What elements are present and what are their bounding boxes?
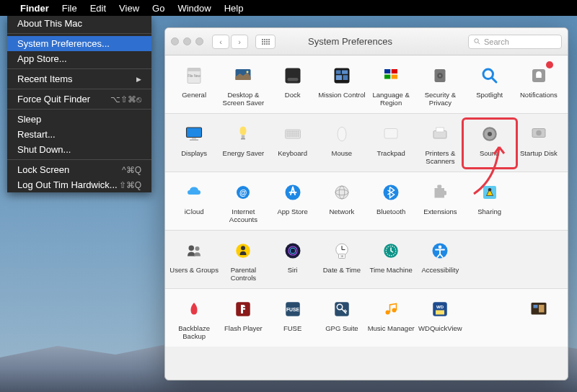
pref-language-region[interactable]: Language & Region	[366, 63, 415, 107]
pref-label: Notifications	[520, 92, 558, 107]
pref-label: Trackpad	[377, 150, 405, 166]
svg-point-6	[247, 71, 249, 73]
pref-startup-disk[interactable]: Startup Disk	[514, 121, 563, 166]
apple-menu-item[interactable]: System Preferences...	[7, 36, 151, 51]
pref-label: Mouse	[332, 150, 353, 166]
svg-point-60	[488, 132, 492, 136]
pref-icloud[interactable]: iCloud	[169, 179, 219, 224]
apple-menu-item[interactable]: Force Quit Finder⌥⇧⌘⎋	[7, 92, 151, 107]
pref-notifications[interactable]: Notifications	[514, 63, 563, 107]
users-groups-icon	[181, 238, 207, 264]
close-button[interactable]	[171, 37, 179, 45]
pref-general[interactable]: File NewGeneral	[169, 63, 219, 107]
window-title: System Preferences	[237, 36, 464, 47]
pref-label: Sharing	[477, 208, 501, 224]
menubar-file[interactable]: File	[62, 3, 77, 14]
svg-rect-43	[292, 133, 294, 135]
svg-point-62	[536, 130, 542, 136]
pref-backblaze[interactable]: Backblaze Backup	[169, 296, 219, 341]
pref-extensions[interactable]: Extensions	[415, 179, 464, 224]
apple-menu-item[interactable]: Log Out Tim Hardwick...⇧⌘Q	[7, 177, 151, 192]
apple-menu-item[interactable]: Recent Items▶	[7, 71, 151, 86]
svg-rect-29	[190, 140, 198, 141]
pref-fuse[interactable]: FUSEFUSE	[268, 296, 317, 341]
menubar-edit[interactable]: Edit	[90, 3, 106, 14]
pref-spotlight[interactable]: Spotlight	[465, 63, 514, 107]
pref-desktop-screensaver[interactable]: Desktop & Screen Saver	[219, 63, 268, 107]
menubar-window[interactable]: Window	[177, 3, 211, 14]
apple-menu-item[interactable]: Restart...	[7, 127, 151, 142]
svg-point-97	[392, 308, 397, 313]
svg-rect-37	[294, 131, 295, 133]
pref-music-manager[interactable]: Music Manager	[366, 296, 415, 341]
pref-gpg-suite[interactable]: GPG Suite	[317, 296, 366, 341]
backblaze-icon	[181, 296, 207, 322]
pref-displays[interactable]: Displays	[169, 121, 219, 166]
pref-internet-accounts[interactable]: @Internet Accounts	[219, 179, 268, 224]
pref-label: Backblaze Backup	[169, 325, 219, 341]
window-titlebar[interactable]: ‹ › System Preferences Search	[165, 28, 568, 55]
pref-energy-saver[interactable]: Energy Saver	[219, 121, 268, 166]
pref-time-machine[interactable]: Time Machine	[366, 238, 415, 282]
pref-flash-player[interactable]: Flash Player	[219, 296, 268, 341]
menubar-go[interactable]: Go	[152, 3, 164, 14]
pref-mission-control[interactable]: Mission Control	[317, 63, 366, 107]
pref-app-store[interactable]: App Store	[268, 179, 317, 224]
pref-parental-controls[interactable]: Parental Controls	[219, 238, 268, 282]
printers-scanners-icon	[427, 121, 453, 147]
pref-dock[interactable]: Dock	[268, 63, 317, 107]
mission-control-icon	[329, 63, 355, 89]
svg-point-20	[439, 75, 441, 77]
apple-menu-item[interactable]: App Store...	[7, 51, 151, 66]
keyboard-icon	[280, 121, 306, 147]
svg-rect-49	[290, 135, 291, 137]
pref-bluetooth[interactable]: Bluetooth	[366, 179, 415, 224]
parental-controls-icon	[230, 238, 256, 264]
minimize-button[interactable]	[183, 37, 191, 45]
svg-point-74	[488, 188, 491, 192]
pref-mouse[interactable]: Mouse	[317, 121, 366, 166]
apple-menu-item[interactable]: About This Mac	[7, 16, 151, 31]
back-button[interactable]: ‹	[212, 35, 229, 49]
pref-label: FUSE	[283, 325, 301, 341]
svg-point-76	[195, 246, 200, 251]
svg-rect-26	[187, 128, 202, 138]
siri-icon	[280, 238, 306, 264]
svg-rect-103	[539, 305, 545, 313]
pref-label: General	[182, 92, 206, 107]
pref-date-time[interactable]: 18Date & Time	[317, 238, 366, 282]
search-field[interactable]: Search	[468, 35, 562, 49]
pref-sound[interactable]: Sound	[462, 117, 518, 169]
svg-point-90	[439, 246, 442, 249]
pref-wdquickview[interactable]: WDWDQuickView	[415, 296, 464, 341]
apple-menu-item[interactable]: Sleep	[7, 112, 151, 127]
pref-keyboard[interactable]: Keyboard	[268, 121, 317, 166]
apple-menu-item[interactable]: Lock Screen^⌘Q	[7, 162, 151, 177]
pref-accessibility[interactable]: Accessibility	[415, 238, 464, 282]
pref-trackpad[interactable]: Trackpad	[366, 121, 415, 166]
pref-sharing[interactable]: Sharing	[465, 179, 514, 224]
pref-users-groups[interactable]: Users & Groups	[169, 238, 219, 282]
sound-icon	[477, 121, 503, 147]
svg-rect-55	[384, 129, 397, 139]
app-store-icon	[280, 179, 306, 205]
svg-text:File New: File New	[188, 74, 201, 78]
svg-rect-53	[297, 135, 299, 137]
pref-security-privacy[interactable]: Security & Privacy	[415, 63, 464, 107]
pref-siri[interactable]: Siri	[268, 238, 317, 282]
menubar-help[interactable]: Help	[224, 3, 244, 14]
pref-printers-scanners[interactable]: Printers & Scanners	[415, 121, 464, 166]
apple-menu-item[interactable]: Shut Down...	[7, 142, 151, 157]
apple-menu-dropdown: About This MacSystem Preferences...App S…	[7, 16, 151, 192]
pref-label: Dock	[285, 92, 301, 107]
pref-network[interactable]: Network	[317, 179, 366, 224]
pref-unknown-pref[interactable]	[514, 296, 563, 341]
menubar-app-name[interactable]: Finder	[20, 3, 49, 14]
svg-rect-35	[290, 131, 291, 133]
pref-label: Printers & Scanners	[415, 150, 464, 166]
zoom-button[interactable]	[195, 37, 203, 45]
svg-rect-36	[292, 131, 294, 133]
svg-rect-33	[286, 131, 288, 133]
menubar-view[interactable]: View	[119, 3, 139, 14]
svg-rect-30	[242, 135, 245, 139]
